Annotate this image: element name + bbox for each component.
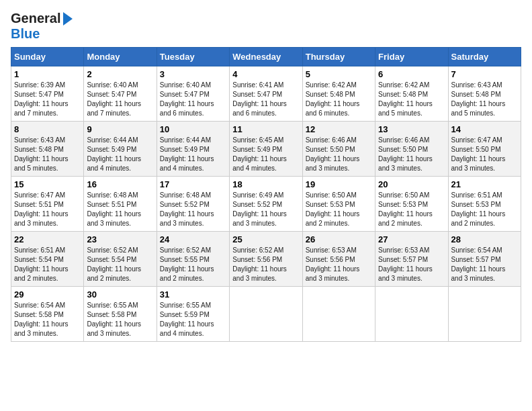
calendar-table: SundayMondayTuesdayWednesdayThursdayFrid… xyxy=(11,47,521,342)
day-number: 30 xyxy=(87,289,153,300)
calendar-cell: 3Sunrise: 6:40 AMSunset: 5:47 PMDaylight… xyxy=(157,66,229,122)
day-number: 27 xyxy=(378,234,445,244)
calendar-cell: 14Sunrise: 6:47 AMSunset: 5:50 PMDayligh… xyxy=(448,122,521,177)
day-number: 15 xyxy=(14,179,81,189)
day-info: Sunrise: 6:52 AMSunset: 5:54 PMDaylight:… xyxy=(87,246,153,283)
day-info: Sunrise: 6:52 AMSunset: 5:56 PMDaylight:… xyxy=(232,246,299,283)
day-number: 26 xyxy=(306,234,372,244)
day-info: Sunrise: 6:55 AMSunset: 5:58 PMDaylight:… xyxy=(87,301,153,338)
calendar-cell: 16Sunrise: 6:48 AMSunset: 5:51 PMDayligh… xyxy=(84,177,157,232)
calendar-cell: 24Sunrise: 6:52 AMSunset: 5:55 PMDayligh… xyxy=(157,232,229,287)
calendar-cell: 30Sunrise: 6:55 AMSunset: 5:58 PMDayligh… xyxy=(84,287,157,342)
calendar-cell xyxy=(230,287,302,342)
day-info: Sunrise: 6:48 AMSunset: 5:51 PMDaylight:… xyxy=(87,191,153,228)
day-info: Sunrise: 6:45 AMSunset: 5:49 PMDaylight:… xyxy=(232,136,299,173)
day-number: 4 xyxy=(232,69,299,79)
calendar-cell: 19Sunrise: 6:50 AMSunset: 5:53 PMDayligh… xyxy=(302,177,375,232)
day-number: 14 xyxy=(451,124,518,134)
calendar-cell: 5Sunrise: 6:42 AMSunset: 5:48 PMDaylight… xyxy=(302,66,375,122)
calendar-cell: 8Sunrise: 6:43 AMSunset: 5:48 PMDaylight… xyxy=(11,122,84,177)
day-info: Sunrise: 6:51 AMSunset: 5:54 PMDaylight:… xyxy=(14,246,81,283)
day-header-wednesday: Wednesday xyxy=(230,48,302,66)
calendar-cell: 11Sunrise: 6:45 AMSunset: 5:49 PMDayligh… xyxy=(230,122,302,177)
day-info: Sunrise: 6:41 AMSunset: 5:47 PMDaylight:… xyxy=(232,81,299,118)
day-number: 10 xyxy=(160,124,226,134)
day-number: 17 xyxy=(160,179,226,189)
day-header-friday: Friday xyxy=(375,48,448,66)
day-info: Sunrise: 6:52 AMSunset: 5:55 PMDaylight:… xyxy=(160,246,226,283)
day-header-saturday: Saturday xyxy=(448,48,521,66)
day-info: Sunrise: 6:54 AMSunset: 5:58 PMDaylight:… xyxy=(14,301,81,338)
day-info: Sunrise: 6:44 AMSunset: 5:49 PMDaylight:… xyxy=(87,136,153,173)
logo-blue-line: Blue xyxy=(11,26,40,42)
day-info: Sunrise: 6:51 AMSunset: 5:53 PMDaylight:… xyxy=(451,191,518,228)
day-info: Sunrise: 6:46 AMSunset: 5:50 PMDaylight:… xyxy=(306,136,372,173)
day-info: Sunrise: 6:39 AMSunset: 5:47 PMDaylight:… xyxy=(14,81,81,118)
day-info: Sunrise: 6:50 AMSunset: 5:53 PMDaylight:… xyxy=(306,191,372,228)
day-number: 6 xyxy=(378,69,445,79)
day-info: Sunrise: 6:54 AMSunset: 5:57 PMDaylight:… xyxy=(451,246,518,283)
day-info: Sunrise: 6:50 AMSunset: 5:53 PMDaylight:… xyxy=(378,191,445,228)
day-header-monday: Monday xyxy=(84,48,157,66)
calendar-cell: 25Sunrise: 6:52 AMSunset: 5:56 PMDayligh… xyxy=(230,232,302,287)
calendar-cell xyxy=(302,287,375,342)
calendar-week-3: 15Sunrise: 6:47 AMSunset: 5:51 PMDayligh… xyxy=(11,177,521,232)
day-number: 12 xyxy=(306,124,372,134)
day-number: 1 xyxy=(14,69,81,79)
calendar-body: 1Sunrise: 6:39 AMSunset: 5:47 PMDaylight… xyxy=(11,66,521,342)
calendar-cell: 18Sunrise: 6:49 AMSunset: 5:52 PMDayligh… xyxy=(230,177,302,232)
day-info: Sunrise: 6:40 AMSunset: 5:47 PMDaylight:… xyxy=(160,81,226,118)
calendar-header-row: SundayMondayTuesdayWednesdayThursdayFrid… xyxy=(11,48,521,66)
day-info: Sunrise: 6:43 AMSunset: 5:48 PMDaylight:… xyxy=(14,136,81,173)
day-info: Sunrise: 6:49 AMSunset: 5:52 PMDaylight:… xyxy=(232,191,299,228)
calendar-cell: 10Sunrise: 6:44 AMSunset: 5:49 PMDayligh… xyxy=(157,122,229,177)
calendar-cell: 1Sunrise: 6:39 AMSunset: 5:47 PMDaylight… xyxy=(11,66,84,122)
calendar-cell: 31Sunrise: 6:55 AMSunset: 5:59 PMDayligh… xyxy=(157,287,229,342)
day-number: 19 xyxy=(306,179,372,189)
calendar-cell: 4Sunrise: 6:41 AMSunset: 5:47 PMDaylight… xyxy=(230,66,302,122)
day-number: 24 xyxy=(160,234,226,244)
calendar-cell: 22Sunrise: 6:51 AMSunset: 5:54 PMDayligh… xyxy=(11,232,84,287)
day-header-sunday: Sunday xyxy=(11,48,84,66)
calendar-cell: 29Sunrise: 6:54 AMSunset: 5:58 PMDayligh… xyxy=(11,287,84,342)
day-info: Sunrise: 6:42 AMSunset: 5:48 PMDaylight:… xyxy=(378,81,445,118)
day-header-thursday: Thursday xyxy=(302,48,375,66)
calendar-cell: 23Sunrise: 6:52 AMSunset: 5:54 PMDayligh… xyxy=(84,232,157,287)
calendar-cell: 26Sunrise: 6:53 AMSunset: 5:56 PMDayligh… xyxy=(302,232,375,287)
day-number: 5 xyxy=(306,69,372,79)
day-number: 20 xyxy=(378,179,445,189)
day-number: 25 xyxy=(232,234,299,244)
calendar-cell: 2Sunrise: 6:40 AMSunset: 5:47 PMDaylight… xyxy=(84,66,157,122)
logo-blue: Blue xyxy=(11,26,40,41)
day-number: 7 xyxy=(451,69,518,79)
day-info: Sunrise: 6:40 AMSunset: 5:47 PMDaylight:… xyxy=(87,81,153,118)
calendar-cell: 12Sunrise: 6:46 AMSunset: 5:50 PMDayligh… xyxy=(302,122,375,177)
day-number: 18 xyxy=(232,179,299,189)
day-number: 16 xyxy=(87,179,153,189)
calendar-cell xyxy=(448,287,521,342)
day-number: 2 xyxy=(87,69,153,79)
calendar-week-1: 1Sunrise: 6:39 AMSunset: 5:47 PMDaylight… xyxy=(11,66,521,122)
day-number: 28 xyxy=(451,234,518,244)
calendar-cell: 6Sunrise: 6:42 AMSunset: 5:48 PMDaylight… xyxy=(375,66,448,122)
logo-general: General xyxy=(11,11,60,26)
day-info: Sunrise: 6:47 AMSunset: 5:51 PMDaylight:… xyxy=(14,191,81,228)
day-number: 21 xyxy=(451,179,518,189)
calendar-cell: 17Sunrise: 6:48 AMSunset: 5:52 PMDayligh… xyxy=(157,177,229,232)
logo-box: General xyxy=(11,11,73,26)
day-info: Sunrise: 6:44 AMSunset: 5:49 PMDaylight:… xyxy=(160,136,226,173)
day-number: 31 xyxy=(160,289,226,300)
calendar-cell: 7Sunrise: 6:43 AMSunset: 5:48 PMDaylight… xyxy=(448,66,521,122)
calendar-cell: 9Sunrise: 6:44 AMSunset: 5:49 PMDaylight… xyxy=(84,122,157,177)
calendar-cell: 15Sunrise: 6:47 AMSunset: 5:51 PMDayligh… xyxy=(11,177,84,232)
calendar-cell: 13Sunrise: 6:46 AMSunset: 5:50 PMDayligh… xyxy=(375,122,448,177)
day-info: Sunrise: 6:53 AMSunset: 5:56 PMDaylight:… xyxy=(306,246,372,283)
logo: General Blue xyxy=(11,11,73,42)
day-number: 9 xyxy=(87,124,153,134)
day-info: Sunrise: 6:48 AMSunset: 5:52 PMDaylight:… xyxy=(160,191,226,228)
day-info: Sunrise: 6:46 AMSunset: 5:50 PMDaylight:… xyxy=(378,136,445,173)
calendar-cell xyxy=(375,287,448,342)
day-number: 3 xyxy=(160,69,226,79)
day-number: 13 xyxy=(378,124,445,134)
day-info: Sunrise: 6:53 AMSunset: 5:57 PMDaylight:… xyxy=(378,246,445,283)
